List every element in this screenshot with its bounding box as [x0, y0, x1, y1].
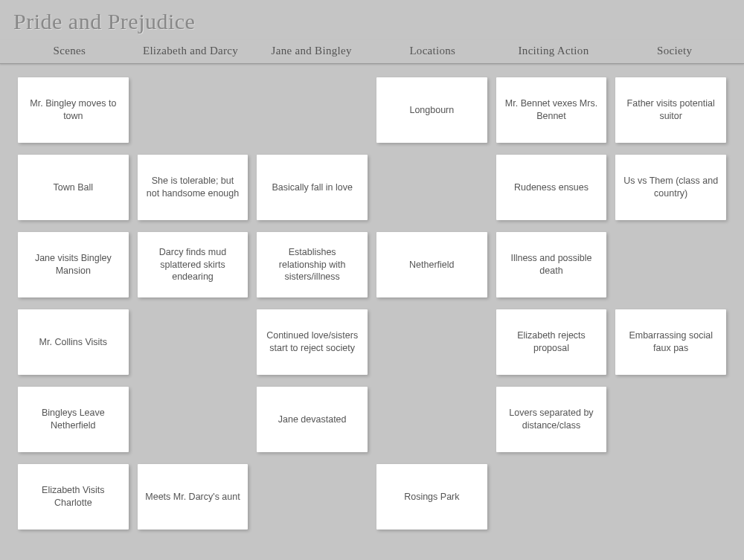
- empty-cell: [376, 309, 487, 375]
- empty-cell: [257, 464, 368, 530]
- story-card[interactable]: Lovers separated by distance/class: [496, 387, 607, 452]
- column-header[interactable]: Locations: [372, 40, 493, 63]
- story-card[interactable]: Mr. Bingley moves to town: [18, 77, 129, 143]
- column-header[interactable]: Scenes: [9, 40, 130, 63]
- empty-cell: [615, 387, 726, 452]
- empty-cell: [257, 77, 368, 143]
- empty-cell: [138, 77, 248, 143]
- story-board: Mr. Bingley moves to townLongbournMr. Be…: [0, 67, 744, 530]
- story-card[interactable]: Jane devastated: [257, 387, 368, 452]
- story-card[interactable]: Establishes relationship with sisters/il…: [257, 232, 368, 297]
- story-card[interactable]: Bingleys Leave Netherfield: [18, 387, 129, 452]
- story-card[interactable]: Father visits potential suitor: [615, 77, 726, 143]
- story-card[interactable]: Jane visits Bingley Mansion: [18, 232, 129, 297]
- story-card[interactable]: Rudeness ensues: [496, 155, 607, 220]
- column-header[interactable]: Inciting Action: [493, 40, 615, 63]
- empty-cell: [615, 232, 726, 297]
- empty-cell: [376, 155, 487, 220]
- story-card[interactable]: Elizabeth rejects proposal: [496, 309, 607, 375]
- story-card[interactable]: Longbourn: [376, 77, 487, 143]
- story-card[interactable]: Mr. Collins Visits: [18, 309, 129, 375]
- story-card[interactable]: Darcy finds mud splattered skirts endear…: [138, 232, 248, 297]
- story-card[interactable]: Netherfield: [376, 232, 487, 297]
- column-header[interactable]: Society: [614, 40, 735, 63]
- story-card[interactable]: Meets Mr. Darcy's aunt: [138, 464, 248, 530]
- empty-cell: [138, 387, 248, 452]
- story-card[interactable]: Continued love/sisters start to reject s…: [257, 309, 368, 375]
- page-title: Pride and Prejudice: [13, 9, 731, 34]
- header: Pride and Prejudice: [0, 0, 744, 40]
- story-card[interactable]: Us vs Them (class and country): [615, 155, 726, 220]
- story-card[interactable]: Mr. Bennet vexes Mrs. Bennet: [496, 77, 607, 143]
- story-card[interactable]: Elizabeth Visits Charlotte: [18, 464, 129, 530]
- story-card[interactable]: Embarrassing social faux pas: [615, 309, 726, 375]
- column-header[interactable]: Elizabeth and Darcy: [130, 40, 251, 63]
- empty-cell: [615, 464, 726, 530]
- empty-cell: [496, 464, 607, 530]
- column-header[interactable]: Jane and Bingley: [251, 40, 372, 63]
- empty-cell: [138, 309, 248, 375]
- story-card[interactable]: Town Ball: [18, 155, 129, 220]
- story-card[interactable]: She is tolerable; but not handsome enoug…: [138, 155, 248, 220]
- columns-header-row: ScenesElizabeth and DarcyJane and Bingle…: [0, 40, 744, 64]
- story-card[interactable]: Basically fall in love: [257, 155, 368, 220]
- story-card[interactable]: Illness and possible death: [496, 232, 607, 297]
- story-card[interactable]: Rosings Park: [376, 464, 487, 530]
- empty-cell: [376, 387, 487, 452]
